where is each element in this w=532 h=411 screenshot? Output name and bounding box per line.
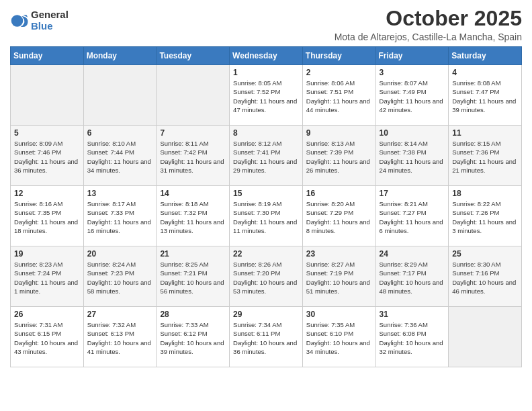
calendar-table: SundayMondayTuesdayWednesdayThursdayFrid… <box>10 46 522 367</box>
day-info: Sunrise: 8:22 AMSunset: 7:26 PMDaylight:… <box>452 199 518 235</box>
header-cell-monday: Monday <box>83 47 157 65</box>
header-cell-sunday: Sunday <box>11 47 84 65</box>
day-cell: 21Sunrise: 8:25 AMSunset: 7:21 PMDayligh… <box>157 246 230 307</box>
day-info: Sunrise: 8:13 AMSunset: 7:39 PMDaylight:… <box>306 139 372 175</box>
day-cell: 3Sunrise: 8:07 AMSunset: 7:49 PMDaylight… <box>375 65 449 126</box>
day-number: 2 <box>306 68 372 77</box>
day-info: Sunrise: 8:26 AMSunset: 7:20 PMDaylight:… <box>233 260 299 295</box>
day-number: 9 <box>306 128 372 138</box>
day-number: 22 <box>233 249 299 259</box>
month-title: October 2025 <box>335 7 522 30</box>
day-cell <box>157 65 230 126</box>
day-number: 28 <box>160 310 226 319</box>
day-cell <box>83 65 157 126</box>
day-number: 16 <box>306 189 372 198</box>
day-number: 24 <box>380 249 445 259</box>
week-row-3: 19Sunrise: 8:23 AMSunset: 7:24 PMDayligh… <box>11 246 522 307</box>
day-cell: 27Sunrise: 7:32 AMSunset: 6:13 PMDayligh… <box>83 307 157 367</box>
day-number: 29 <box>233 310 299 319</box>
day-cell: 18Sunrise: 8:22 AMSunset: 7:26 PMDayligh… <box>449 186 522 246</box>
day-cell <box>449 307 522 367</box>
day-info: Sunrise: 7:33 AMSunset: 6:12 PMDaylight:… <box>160 320 226 356</box>
day-info: Sunrise: 8:07 AMSunset: 7:49 PMDaylight:… <box>380 79 445 114</box>
day-number: 20 <box>87 249 153 259</box>
day-info: Sunrise: 8:14 AMSunset: 7:38 PMDaylight:… <box>380 139 445 175</box>
day-info: Sunrise: 8:06 AMSunset: 7:51 PMDaylight:… <box>306 79 372 114</box>
day-number: 30 <box>306 310 372 319</box>
header-cell-friday: Friday <box>375 47 449 65</box>
day-info: Sunrise: 8:11 AMSunset: 7:42 PMDaylight:… <box>160 139 226 175</box>
day-cell: 7Sunrise: 8:11 AMSunset: 7:42 PMDaylight… <box>157 126 230 186</box>
day-number: 19 <box>14 249 80 259</box>
day-cell: 25Sunrise: 8:30 AMSunset: 7:16 PMDayligh… <box>449 246 522 307</box>
day-info: Sunrise: 8:18 AMSunset: 7:32 PMDaylight:… <box>160 199 226 235</box>
day-info: Sunrise: 8:24 AMSunset: 7:23 PMDaylight:… <box>87 260 153 295</box>
day-number: 26 <box>14 310 80 319</box>
day-cell: 24Sunrise: 8:29 AMSunset: 7:17 PMDayligh… <box>375 246 449 307</box>
day-number: 23 <box>306 249 372 259</box>
week-row-4: 26Sunrise: 7:31 AMSunset: 6:15 PMDayligh… <box>11 307 522 367</box>
logo-blue: Blue <box>31 21 69 32</box>
day-number: 21 <box>160 249 226 259</box>
day-number: 17 <box>380 189 445 198</box>
day-info: Sunrise: 8:23 AMSunset: 7:24 PMDaylight:… <box>14 260 80 295</box>
day-number: 3 <box>380 68 445 77</box>
header-row: SundayMondayTuesdayWednesdayThursdayFrid… <box>11 47 522 65</box>
day-info: Sunrise: 7:35 AMSunset: 6:10 PMDaylight:… <box>306 320 372 356</box>
svg-point-0 <box>11 15 24 27</box>
day-number: 7 <box>160 128 226 138</box>
day-cell: 2Sunrise: 8:06 AMSunset: 7:51 PMDaylight… <box>302 65 375 126</box>
week-row-2: 12Sunrise: 8:16 AMSunset: 7:35 PMDayligh… <box>11 186 522 246</box>
day-info: Sunrise: 8:29 AMSunset: 7:17 PMDaylight:… <box>380 260 445 295</box>
day-cell: 17Sunrise: 8:21 AMSunset: 7:27 PMDayligh… <box>375 186 449 246</box>
logo-icon <box>10 11 29 30</box>
day-info: Sunrise: 8:27 AMSunset: 7:19 PMDaylight:… <box>306 260 372 295</box>
day-cell: 14Sunrise: 8:18 AMSunset: 7:32 PMDayligh… <box>157 186 230 246</box>
title-block: October 2025 Mota de Altarejos, Castille… <box>335 7 522 42</box>
day-info: Sunrise: 8:20 AMSunset: 7:29 PMDaylight:… <box>306 199 372 235</box>
day-number: 18 <box>452 189 518 198</box>
day-cell: 4Sunrise: 8:08 AMSunset: 7:47 PMDaylight… <box>449 65 522 126</box>
day-info: Sunrise: 7:36 AMSunset: 6:08 PMDaylight:… <box>380 320 445 356</box>
day-cell: 12Sunrise: 8:16 AMSunset: 7:35 PMDayligh… <box>11 186 84 246</box>
day-info: Sunrise: 8:17 AMSunset: 7:33 PMDaylight:… <box>87 199 153 235</box>
day-cell: 9Sunrise: 8:13 AMSunset: 7:39 PMDaylight… <box>302 126 375 186</box>
logo-general: General <box>31 9 69 21</box>
day-number: 15 <box>233 189 299 198</box>
day-info: Sunrise: 8:09 AMSunset: 7:46 PMDaylight:… <box>14 139 80 175</box>
week-row-0: 1Sunrise: 8:05 AMSunset: 7:52 PMDaylight… <box>11 65 522 126</box>
page-header: General Blue October 2025 Mota de Altare… <box>10 7 522 42</box>
day-info: Sunrise: 8:21 AMSunset: 7:27 PMDaylight:… <box>380 199 445 235</box>
header-cell-thursday: Thursday <box>302 47 375 65</box>
day-info: Sunrise: 8:25 AMSunset: 7:21 PMDaylight:… <box>160 260 226 295</box>
calendar-body: 1Sunrise: 8:05 AMSunset: 7:52 PMDaylight… <box>11 65 522 367</box>
day-number: 13 <box>87 189 153 198</box>
day-cell: 22Sunrise: 8:26 AMSunset: 7:20 PMDayligh… <box>230 246 303 307</box>
location: Mota de Altarejos, Castille-La Mancha, S… <box>335 32 522 42</box>
day-cell: 30Sunrise: 7:35 AMSunset: 6:10 PMDayligh… <box>302 307 375 367</box>
header-cell-saturday: Saturday <box>449 47 522 65</box>
day-number: 1 <box>233 68 299 77</box>
day-cell: 26Sunrise: 7:31 AMSunset: 6:15 PMDayligh… <box>11 307 84 367</box>
day-cell: 5Sunrise: 8:09 AMSunset: 7:46 PMDaylight… <box>11 126 84 186</box>
day-number: 27 <box>87 310 153 319</box>
calendar-header: SundayMondayTuesdayWednesdayThursdayFrid… <box>11 47 522 65</box>
day-cell: 19Sunrise: 8:23 AMSunset: 7:24 PMDayligh… <box>11 246 84 307</box>
day-number: 12 <box>14 189 80 198</box>
day-cell: 8Sunrise: 8:12 AMSunset: 7:41 PMDaylight… <box>230 126 303 186</box>
day-cell: 23Sunrise: 8:27 AMSunset: 7:19 PMDayligh… <box>302 246 375 307</box>
day-info: Sunrise: 8:10 AMSunset: 7:44 PMDaylight:… <box>87 139 153 175</box>
day-number: 5 <box>14 128 80 138</box>
logo: General Blue <box>10 9 69 32</box>
day-number: 25 <box>452 249 518 259</box>
day-info: Sunrise: 8:05 AMSunset: 7:52 PMDaylight:… <box>233 79 299 114</box>
day-number: 8 <box>233 128 299 138</box>
day-cell: 31Sunrise: 7:36 AMSunset: 6:08 PMDayligh… <box>375 307 449 367</box>
day-info: Sunrise: 8:16 AMSunset: 7:35 PMDaylight:… <box>14 199 80 235</box>
day-cell: 29Sunrise: 7:34 AMSunset: 6:11 PMDayligh… <box>230 307 303 367</box>
day-number: 14 <box>160 189 226 198</box>
day-info: Sunrise: 8:19 AMSunset: 7:30 PMDaylight:… <box>233 199 299 235</box>
day-cell: 11Sunrise: 8:15 AMSunset: 7:36 PMDayligh… <box>449 126 522 186</box>
day-cell: 1Sunrise: 8:05 AMSunset: 7:52 PMDaylight… <box>230 65 303 126</box>
week-row-1: 5Sunrise: 8:09 AMSunset: 7:46 PMDaylight… <box>11 126 522 186</box>
